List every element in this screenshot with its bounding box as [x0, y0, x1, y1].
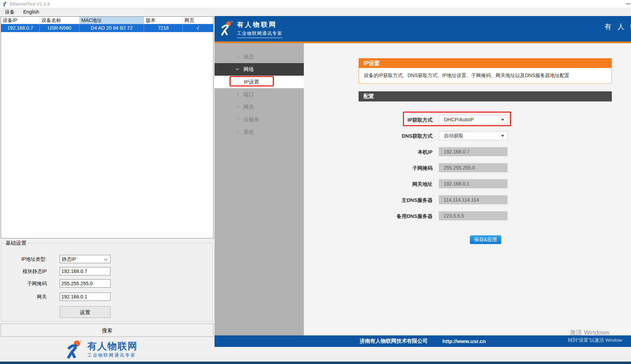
basic-settings-title: 基础设置 [4, 240, 28, 247]
gateway-addr-label: 网关地址 [339, 179, 433, 188]
search-button[interactable]: 搜索 [1, 324, 213, 337]
menu-device[interactable]: 设备 [1, 8, 18, 15]
page-title: IP设置 [359, 58, 612, 68]
sidebar-label: 系统 [243, 129, 254, 135]
local-ip-field: 192.168.0.7 [439, 147, 508, 156]
mask-input[interactable] [60, 279, 111, 288]
static-ip-label: 模块静态IP [3, 267, 47, 275]
backup-dns-field: 223.5.5.5 [439, 211, 508, 220]
dns-mode-select[interactable]: 自动获取 [439, 131, 508, 140]
backup-dns-label: 备用DNS服务器 [339, 211, 433, 220]
gateway-input[interactable] [60, 293, 111, 301]
usr-slogan: 工业物联网通讯专家 [87, 352, 138, 358]
window-title: EthernetTool V1.3.4 [10, 1, 50, 7]
usr-logo: ® 有人物联网 工业物联网通讯专家 [66, 338, 171, 361]
static-ip-input[interactable] [60, 267, 111, 275]
device-table: 设备IP 设备名称 MAC地址 版本 网页 192.168.0.7 USR-N5… [1, 16, 213, 238]
sidebar-item-ip-settings[interactable]: IP设置 [215, 76, 304, 88]
sidebar: 状态 网络 IP设置 端口 网关 云服务 系统 [215, 43, 304, 335]
sidebar-label: 云服务 [243, 116, 259, 122]
sidebar-label: IP设置 [244, 79, 259, 85]
device-version-cell: 7218 [144, 24, 183, 32]
activate-windows-watermark: 激活 Windows [570, 328, 609, 337]
dropdown-arrow-icon [501, 119, 504, 121]
section-title: 配置 [359, 91, 612, 101]
usr-brand: 有人物联网 [87, 341, 138, 351]
registered-mark: ® [80, 340, 82, 343]
basic-settings-group: 基础设置 IP地址类型: 静态IP 模块静态IP 子网掩码 网关 设置 [1, 243, 212, 321]
main-content: IP设置 设备的IP获取方式、DNS获取方式、IP地址设置、子网掩码、网关地址以… [304, 43, 631, 335]
primary-dns-label: 主DNS服务器 [339, 195, 433, 204]
registered-mark: ® [231, 21, 233, 23]
menu-english[interactable]: English [20, 8, 43, 15]
primary-dns-field: 114.114.114.114 [439, 195, 508, 204]
ip-type-value: 静态IP [62, 256, 76, 262]
subnet-label: 子网掩码 [339, 163, 433, 172]
chevron-right-icon [236, 105, 239, 109]
sidebar-label: 网关 [243, 104, 254, 110]
window-bottom-edge [0, 362, 631, 364]
mask-label: 子网掩码 [3, 279, 47, 287]
footer-url[interactable]: http://www.usr.cn [442, 338, 486, 344]
web-header: ® 有人物联网 工业物联网通讯专家 有人物 [215, 16, 631, 41]
minimize-icon[interactable] [626, 3, 630, 4]
dns-mode-label: DNS获取方式 [339, 131, 433, 139]
chevron-down-icon [236, 67, 239, 70]
save-apply-button[interactable]: 保存&应用 [470, 235, 501, 244]
page-description: 设备的IP获取方式、DNS获取方式、IP地址设置、子网掩码、网关地址以及DNS服… [359, 68, 612, 84]
usr-logo-text: 有人物联网 工业物联网通讯专家 [87, 341, 138, 358]
sidebar-item-gateway[interactable]: 网关 [215, 101, 304, 113]
chevron-right-icon [236, 55, 239, 59]
sidebar-label: 网络 [243, 66, 254, 72]
ip-type-select[interactable]: 静态IP [60, 255, 111, 263]
header-watermark-text: 有人物 [604, 22, 631, 31]
col-mac-address[interactable]: MAC地址 [80, 17, 144, 24]
device-web-check: √ [183, 24, 213, 32]
col-version[interactable]: 版本 [144, 17, 183, 24]
chevron-right-icon [236, 118, 239, 121]
title-bar: EthernetTool V1.3.4 [0, 0, 631, 8]
sidebar-item-ports[interactable]: 端口 [215, 88, 304, 101]
activate-windows-watermark-line2: 转到“设置”以激活 Window [568, 337, 631, 343]
web-config-panel: ® 有人物联网 工业物联网通讯专家 有人物 状态 网络 IP设置 端口 网关 [215, 16, 631, 364]
app-icon [2, 1, 8, 7]
web-slogan: 工业物联网通讯专家 [237, 30, 283, 38]
sidebar-item-network[interactable]: 网络 [215, 63, 304, 76]
sidebar-label: 端口 [243, 91, 254, 97]
set-button[interactable]: 设置 [60, 306, 111, 318]
sidebar-item-status[interactable]: 状态 [215, 51, 304, 63]
chevron-down-icon [104, 257, 108, 261]
usr-person-icon: ® [66, 340, 84, 360]
sidebar-item-cloud[interactable]: 云服务 [215, 113, 304, 126]
dns-mode-value: 自动获取 [444, 133, 464, 138]
chevron-right-icon [236, 130, 239, 134]
usr-person-icon-white: ® [220, 20, 234, 37]
chevron-right-icon [236, 93, 239, 96]
col-web[interactable]: 网页 [183, 17, 213, 24]
device-name-cell: USR-N580 [40, 24, 80, 32]
ip-type-label: IP地址类型: [3, 255, 47, 263]
gateway-addr-field: 192.168.0.1 [439, 179, 508, 188]
device-ip-cell: 192.168.0.7 [1, 24, 40, 32]
col-device-name[interactable]: 设备名称 [40, 17, 80, 24]
ip-mode-value: DHCP/AutoIP [444, 117, 474, 122]
col-device-ip[interactable]: 设备IP [1, 17, 40, 24]
gateway-label: 网关 [3, 293, 47, 300]
local-ip-label: 本机IP [339, 147, 433, 156]
menu-bar: 设备 English [0, 8, 631, 16]
device-row-selected[interactable]: 192.168.0.7 USR-N580 D4 AD 20 84 B2 72 7… [1, 24, 213, 32]
sidebar-label: 状态 [243, 54, 254, 60]
web-brand: 有人物联网 [237, 20, 277, 29]
ip-mode-label: IP获取方式 [339, 115, 433, 123]
footer-company: 济南有人物联网技术有限公司 [360, 338, 428, 344]
device-table-header: 设备IP 设备名称 MAC地址 版本 网页 [1, 17, 213, 24]
ip-mode-select[interactable]: DHCP/AutoIP [439, 115, 508, 124]
subnet-field: 255.255.255.0 [439, 163, 508, 172]
dropdown-arrow-icon [501, 135, 504, 137]
sidebar-item-system[interactable]: 系统 [215, 126, 304, 138]
device-mac-cell: D4 AD 20 84 B2 72 [80, 24, 144, 32]
